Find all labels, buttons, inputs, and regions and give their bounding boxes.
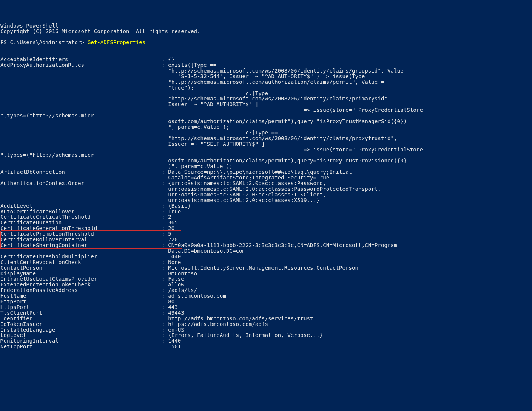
ps-prompt: PS C:\Users\Administrator> Get-ADFSPrope… [0, 39, 145, 45]
ps-header-1: Windows PowerShell [0, 23, 59, 29]
ps-header-2: Copyright (C) 2016 Microsoft Corporation… [0, 28, 200, 34]
powershell-terminal[interactable]: Windows PowerShell Copyright (C) 2016 Mi… [0, 23, 532, 350]
prompt-command: Get-ADFSProperties [88, 39, 146, 45]
adfs-properties-output: AcceptableIdentifiers : {} AddProxyAutho… [0, 56, 423, 349]
blank [0, 51, 4, 57]
blank [0, 34, 4, 40]
prompt-path: PS C:\Users\Administrator> [0, 39, 88, 45]
blank [0, 45, 4, 51]
